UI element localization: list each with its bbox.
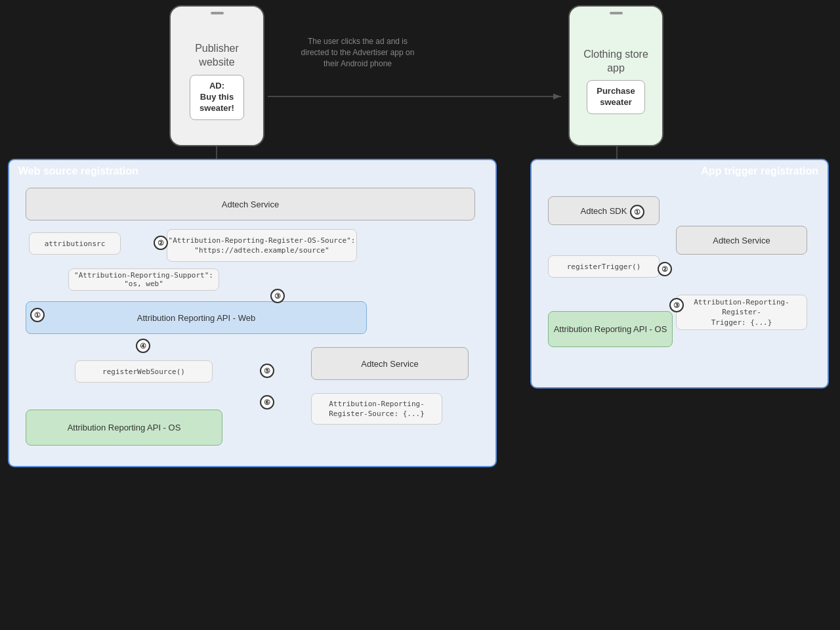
attributionsrc-label: attributionsrc — [45, 240, 106, 248]
clothing-phone-notch — [610, 12, 623, 14]
register-trigger-label: registerTrigger() — [567, 262, 641, 271]
circle-1-web: ① — [30, 308, 45, 322]
publisher-phone-notch — [211, 12, 224, 14]
circle-2-web: ② — [154, 236, 168, 250]
publisher-phone-title: Publisherwebsite — [195, 42, 239, 70]
attribution-api-os-right: Attribution Reporting API - OS — [548, 311, 673, 347]
attribution-api-web-label: Attribution Reporting API - Web — [137, 313, 255, 323]
adtech-sdk-label: Adtech SDK — [581, 206, 627, 216]
register-source-header-label: Attribution-Reporting-Register-Source: {… — [329, 399, 425, 419]
clothing-phone-screen: Clothing storeapp Purchasesweater — [574, 17, 658, 145]
purchase-label: Purchasesweater — [597, 86, 635, 107]
attribution-api-os-left-label: Attribution Reporting API - OS — [68, 423, 181, 432]
attribution-api-web: Attribution Reporting API - Web — [26, 301, 367, 334]
support-header-label: "Attribution-Reporting-Support": "os, we… — [69, 271, 219, 288]
clothing-phone-button: Purchasesweater — [587, 80, 645, 114]
circle-4-web: ④ — [136, 339, 150, 353]
annotation-text: The user clicks the ad and isdirected to… — [301, 37, 415, 68]
circle-3-web: ③ — [270, 289, 285, 303]
publisher-phone: Publisherwebsite AD:Buy thissweater! — [169, 5, 264, 146]
register-trigger-box: registerTrigger() — [548, 255, 660, 278]
clothing-phone-title: Clothing storeapp — [583, 48, 648, 75]
adtech-service-app-label: Adtech Service — [713, 236, 770, 245]
circle-1-app: ① — [630, 205, 644, 219]
user-click-annotation: The user clicks the ad and isdirected to… — [289, 36, 427, 69]
main-canvas: Publisherwebsite AD:Buy thissweater! Clo… — [0, 0, 840, 630]
adtech-service-web: Adtech Service — [26, 188, 475, 220]
ad-label: AD:Buy thissweater! — [200, 81, 234, 113]
support-header-box: "Attribution-Reporting-Support": "os, we… — [68, 268, 219, 291]
register-source-header-box: Attribution-Reporting-Register-Source: {… — [311, 393, 442, 425]
web-source-panel: Web source registration Adtech Service a… — [8, 159, 497, 467]
app-panel-title-pos: App trigger registration — [701, 165, 818, 177]
publisher-phone-screen: Publisherwebsite AD:Buy thissweater! — [175, 17, 259, 145]
adtech-service-bottom: Adtech Service — [311, 347, 469, 380]
register-trigger-header-box: Attribution-Reporting-Register-Trigger: … — [676, 295, 807, 330]
attributionsrc-box: attributionsrc — [29, 232, 121, 255]
attribution-api-os-left: Attribution Reporting API - OS — [26, 410, 222, 446]
circle-2-app: ② — [658, 262, 672, 276]
publisher-phone-ad: AD:Buy thissweater! — [190, 75, 244, 120]
circle-3-app: ③ — [669, 298, 684, 312]
register-trigger-header-label: Attribution-Reporting-Register-Trigger: … — [677, 297, 807, 327]
register-os-source-label: "Attribution-Reporting-Register-OS-Sourc… — [169, 236, 356, 256]
adtech-service-web-label: Adtech Service — [222, 200, 279, 209]
clothing-phone: Clothing storeapp Purchasesweater — [568, 5, 663, 146]
register-os-source-box: "Attribution-Reporting-Register-OS-Sourc… — [167, 229, 357, 262]
adtech-service-bottom-label: Adtech Service — [361, 359, 418, 369]
circle-6-web: ⑥ — [260, 395, 274, 410]
circle-5-web: ⑤ — [260, 364, 274, 378]
app-trigger-panel: App trigger registration App trigger reg… — [530, 159, 829, 388]
register-web-source-label: registerWebSource() — [102, 368, 185, 376]
register-web-source-box: registerWebSource() — [75, 360, 213, 383]
web-panel-title: Web source registration — [18, 165, 138, 177]
attribution-api-os-right-label: Attribution Reporting API - OS — [554, 324, 667, 334]
adtech-service-app: Adtech Service — [676, 226, 807, 255]
